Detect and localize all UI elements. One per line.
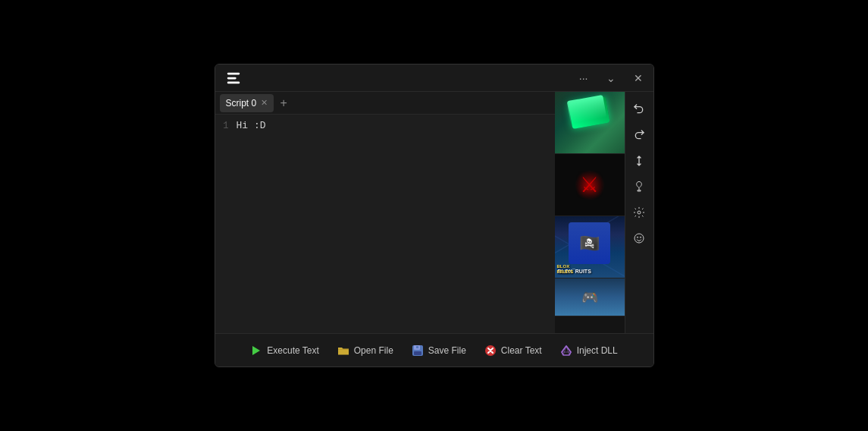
svg-rect-2 <box>227 81 240 83</box>
tab-script0[interactable]: Script 0 ✕ <box>220 94 274 112</box>
thumbnail-3[interactable]: 🏴‍☠️ BLOXFRUITS <box>555 216 625 278</box>
clear-icon <box>484 344 497 357</box>
settings-icon <box>633 206 645 219</box>
title-bar-left <box>223 68 244 89</box>
editor-panel: Script 0 ✕ + 1 Hi :D <box>215 92 555 333</box>
logo-icon <box>225 70 242 87</box>
inject-dll-label: Inject DLL <box>577 345 618 356</box>
svg-rect-10 <box>414 351 421 355</box>
inject-icon <box>560 344 572 357</box>
folder-icon <box>337 344 349 357</box>
svg-point-5 <box>635 234 644 243</box>
line-content-1: Hi :D <box>237 120 266 131</box>
tab-add-button[interactable]: + <box>275 95 292 112</box>
tab-close-script0[interactable]: ✕ <box>261 99 268 107</box>
main-content: Script 0 ✕ + 1 Hi :D <box>215 92 653 333</box>
color-picker-icon <box>633 181 645 193</box>
right-panel: ⚔ 🏴‍☠️ BLOXFRUITS 🎮 <box>555 92 653 333</box>
redo-icon <box>633 129 645 141</box>
emoji-icon <box>633 232 645 244</box>
sort-button[interactable] <box>628 149 650 172</box>
emoji-button[interactable] <box>628 227 650 250</box>
undo-button[interactable] <box>628 98 650 121</box>
svg-point-7 <box>640 237 641 238</box>
bottom-toolbar: Execute Text Open File Sav <box>215 333 653 367</box>
clear-text-button[interactable]: Clear Text <box>477 340 550 361</box>
save-file-label: Save File <box>428 345 466 356</box>
minimize-button[interactable]: ⌄ <box>603 71 619 86</box>
execute-text-button[interactable]: Execute Text <box>243 340 326 361</box>
action-buttons <box>625 92 653 333</box>
inject-dll-button[interactable]: Inject DLL <box>553 340 625 361</box>
more-button[interactable]: ··· <box>576 71 591 86</box>
undo-icon <box>633 103 645 115</box>
thumbnail-4[interactable]: 🎮 <box>555 278 625 316</box>
execute-icon <box>250 344 262 357</box>
line-number-1: 1 <box>215 121 237 131</box>
svg-point-6 <box>637 237 638 238</box>
color-picker-button[interactable] <box>628 175 650 198</box>
title-bar: ··· ⌄ ✕ <box>215 64 653 92</box>
sort-icon <box>633 155 645 167</box>
open-file-label: Open File <box>354 345 393 356</box>
execute-text-label: Execute Text <box>267 345 318 356</box>
save-file-button[interactable]: Save File <box>404 340 474 361</box>
svg-rect-1 <box>227 77 236 79</box>
clear-text-label: Clear Text <box>501 345 542 356</box>
svg-point-4 <box>638 211 641 214</box>
open-file-button[interactable]: Open File <box>330 340 401 361</box>
redo-button[interactable] <box>628 124 650 146</box>
tab-label: Script 0 <box>226 98 257 109</box>
code-editor[interactable]: 1 Hi :D <box>215 115 555 333</box>
thumbnail-1[interactable] <box>555 92 625 154</box>
code-line-1: 1 Hi :D <box>215 119 555 132</box>
svg-rect-0 <box>227 72 240 74</box>
svg-rect-11 <box>416 346 418 348</box>
settings-button[interactable] <box>628 201 650 224</box>
app-window: ··· ⌄ ✕ Script 0 ✕ + 1 Hi :D <box>215 64 654 367</box>
title-bar-controls: ··· ⌄ ✕ <box>576 71 646 86</box>
tabs-bar: Script 0 ✕ + <box>215 92 555 115</box>
app-logo <box>223 68 244 89</box>
thumbnails-panel[interactable]: ⚔ 🏴‍☠️ BLOXFRUITS 🎮 <box>555 92 625 333</box>
thumbnail-2[interactable]: ⚔ <box>555 154 625 216</box>
save-icon <box>412 344 424 357</box>
close-button[interactable]: ✕ <box>631 71 646 86</box>
